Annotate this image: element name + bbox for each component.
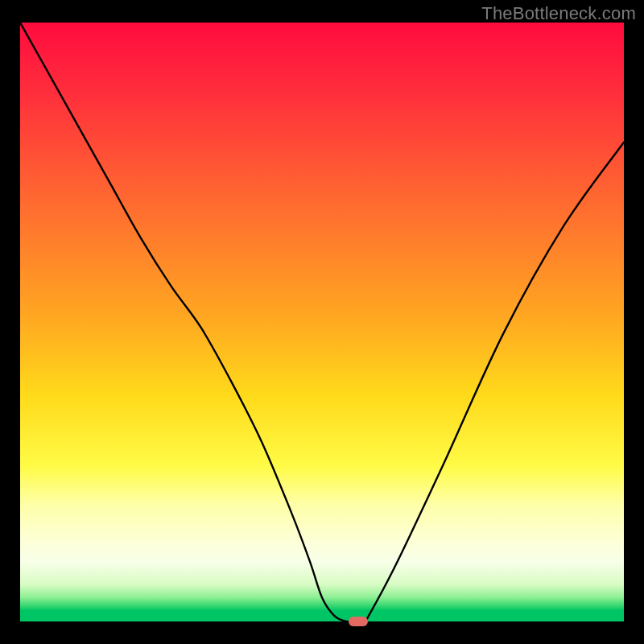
watermark-text: TheBottleneck.com <box>481 3 636 24</box>
optimal-point-marker <box>349 617 368 626</box>
chart-frame: TheBottleneck.com <box>0 0 644 644</box>
plot-area <box>20 23 624 621</box>
bottleneck-curve <box>20 23 624 621</box>
